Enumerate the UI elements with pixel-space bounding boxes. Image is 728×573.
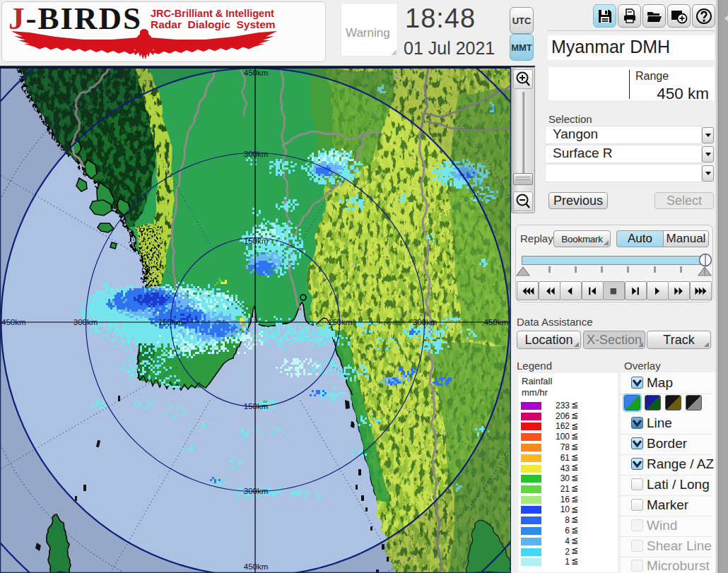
svg-text:300km: 300km bbox=[413, 318, 438, 326]
svg-text:450km: 450km bbox=[244, 69, 269, 77]
svg-text:450km: 450km bbox=[244, 562, 269, 571]
svg-text:150km: 150km bbox=[328, 318, 353, 326]
svg-text:150km: 150km bbox=[158, 318, 183, 326]
svg-text:450km: 450km bbox=[483, 318, 508, 326]
svg-text:150km: 150km bbox=[244, 237, 269, 245]
svg-text:150km: 150km bbox=[244, 402, 269, 410]
svg-text:300km: 300km bbox=[244, 487, 269, 495]
svg-text:450km: 450km bbox=[1, 318, 26, 326]
svg-text:300km: 300km bbox=[244, 150, 269, 158]
svg-text:300km: 300km bbox=[74, 318, 98, 326]
